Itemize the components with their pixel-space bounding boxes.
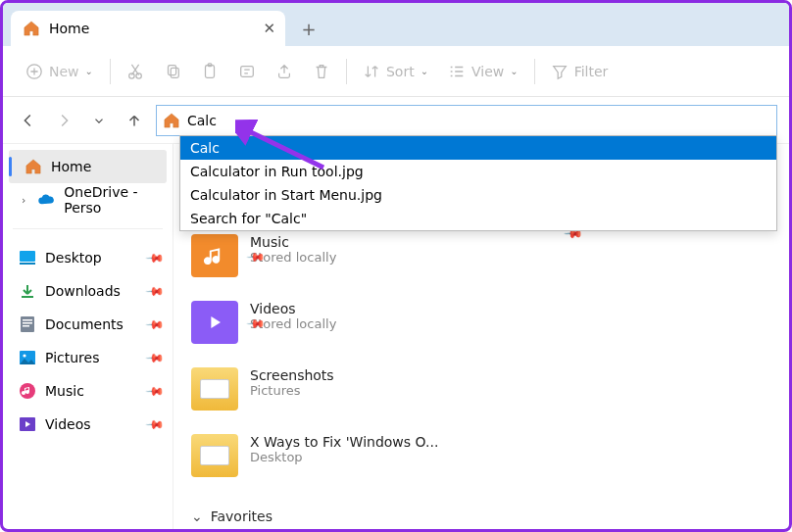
filter-label: Filter [574,64,609,79]
svg-rect-12 [23,319,32,321]
new-tab-button[interactable]: + [291,11,326,46]
copy-button[interactable] [156,55,189,88]
new-button[interactable]: New ⌄ [17,55,102,88]
divider [110,59,111,84]
folder-grid: 📌 Music Stored locally 📌 Videos Stored l… [191,234,771,477]
pin-icon: 📌 [145,414,166,435]
downloads-icon [19,282,36,300]
delete-button[interactable] [305,55,338,88]
music-icon [19,382,36,400]
pictures-icon [19,349,36,366]
sidebar-item-videos[interactable]: Videos 📌 [3,408,173,441]
folder-icon [191,434,238,477]
svg-rect-11 [21,316,34,332]
svg-rect-7 [241,66,254,76]
suggestion-item[interactable]: Search for "Calc" [180,207,776,230]
address-suggestions: Calc Calculator in Run tool.jpg Calculat… [179,135,777,231]
svg-rect-4 [171,68,178,77]
documents-icon [19,315,36,333]
folder-item[interactable]: X Ways to Fix 'Windows O... Desktop [191,434,466,477]
tab-strip: Home ✕ + [3,3,789,46]
rename-button[interactable] [230,55,264,88]
pin-icon: 📌 [145,381,166,402]
pin-icon: 📌 [145,348,166,368]
sidebar: Home › OneDrive - Perso Desktop 📌 Downlo… [3,144,173,529]
item-name: Videos [250,301,336,316]
sidebar-label: Documents [45,316,124,332]
videos-folder-icon: 📌 [191,301,238,344]
folder-item[interactable]: 📌 Music Stored locally [191,234,466,277]
divider [346,59,347,84]
favorites-section[interactable]: ⌄ Favorites [191,508,771,524]
pin-icon: 📌 [145,281,166,302]
sidebar-label: Music [45,383,84,399]
sidebar-label: Desktop [45,250,102,266]
suggestion-item[interactable]: Calculator in Run tool.jpg [180,160,776,183]
music-folder-icon: 📌 [191,234,238,277]
item-sub: Desktop [250,450,438,464]
sidebar-label: OneDrive - Perso [64,184,163,216]
sort-button[interactable]: Sort ⌄ [355,55,436,88]
chevron-down-icon: ⌄ [85,66,93,76]
up-button[interactable] [121,107,148,134]
sidebar-label: Downloads [45,283,121,299]
suggestion-item[interactable]: Calculator in Start Menu.jpg [180,183,776,207]
home-icon [23,20,40,37]
pin-icon: 📌 [145,248,166,268]
chevron-down-icon: ⌄ [510,66,518,76]
forward-button[interactable] [50,107,77,134]
close-tab-icon[interactable]: ✕ [263,20,275,37]
item-sub: Pictures [250,383,334,398]
back-button[interactable] [15,107,42,134]
sort-label: Sort [386,64,415,79]
filter-button[interactable]: Filter [543,55,617,88]
divider [534,59,535,84]
suggestion-item[interactable]: Calc [180,136,776,160]
sidebar-item-music[interactable]: Music 📌 [3,374,173,408]
svg-rect-5 [205,65,214,77]
tab-home[interactable]: Home ✕ [11,11,285,46]
folder-icon [191,367,238,411]
svg-rect-14 [23,325,29,327]
item-name: Music [250,234,336,250]
item-name: Screenshots [250,367,334,383]
nav-row: Calc Calculator in Run tool.jpg Calculat… [3,97,789,144]
paste-button[interactable] [193,55,226,88]
recent-button[interactable] [85,107,113,134]
pin-icon: 📌 [145,314,166,335]
desktop-icon [19,249,36,266]
svg-rect-13 [23,322,32,324]
sidebar-item-pictures[interactable]: Pictures 📌 [3,341,173,374]
address-input[interactable] [187,113,770,128]
sidebar-item-desktop[interactable]: Desktop 📌 [3,241,173,274]
chevron-down-icon: ⌄ [421,66,428,76]
videos-icon [19,415,36,433]
favorites-label: Favorites [211,508,272,524]
sidebar-item-documents[interactable]: Documents 📌 [3,308,173,341]
svg-rect-3 [168,65,175,74]
home-icon [163,112,180,129]
view-button[interactable]: View ⌄ [440,55,526,88]
home-icon [25,158,42,175]
folder-item[interactable]: Screenshots Pictures [191,367,466,411]
chevron-down-icon: ⌄ [191,508,203,524]
sidebar-item-home[interactable]: Home [9,150,167,183]
sidebar-label: Pictures [45,350,99,365]
tab-title: Home [49,21,89,36]
share-button[interactable] [268,55,301,88]
item-name: X Ways to Fix 'Windows O... [250,434,438,450]
view-label: View [471,64,504,79]
toolbar: New ⌄ Sort ⌄ View ⌄ Filter [3,46,789,97]
cut-button[interactable] [119,55,152,88]
expand-icon[interactable]: › [19,194,28,207]
address-bar[interactable]: Calc Calculator in Run tool.jpg Calculat… [156,105,777,136]
folder-item[interactable]: 📌 Videos Stored locally [191,301,466,344]
new-label: New [49,64,79,79]
svg-point-16 [23,354,25,357]
sidebar-label: Home [51,159,91,174]
svg-rect-9 [20,251,35,262]
sidebar-label: Videos [45,416,91,432]
sidebar-item-downloads[interactable]: Downloads 📌 [3,274,173,308]
onedrive-icon [37,191,55,209]
sidebar-item-onedrive[interactable]: › OneDrive - Perso [3,183,173,217]
